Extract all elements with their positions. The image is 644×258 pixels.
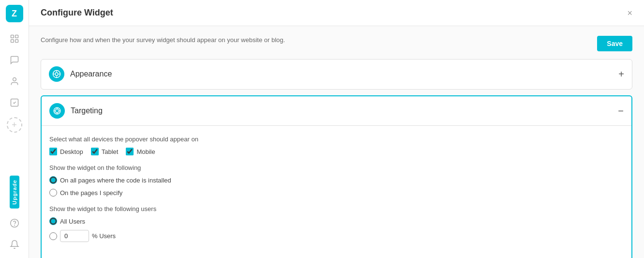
svg-point-16 <box>57 110 58 111</box>
all-pages-radio[interactable]: On all pages where the code is installed <box>49 176 624 184</box>
percent-users-radio-input[interactable] <box>49 232 57 240</box>
sidebar-item-chat[interactable] <box>6 51 23 69</box>
appearance-toggle[interactable]: + <box>618 69 624 79</box>
mobile-label: Mobile <box>136 148 155 155</box>
sidebar-item-notifications[interactable] <box>6 236 23 253</box>
tablet-checkbox[interactable]: Tablet <box>91 148 119 155</box>
content-area: Configure how and when the your survey w… <box>29 26 644 258</box>
close-button[interactable]: × <box>627 9 632 17</box>
tablet-label: Tablet <box>102 148 119 155</box>
specific-pages-radio[interactable]: On the pages I specify <box>49 189 624 197</box>
sidebar-bottom: Upgrade <box>6 176 23 253</box>
desktop-checkbox[interactable]: Desktop <box>49 148 83 155</box>
devices-label: Select what all devices the popover shou… <box>49 136 624 143</box>
users-group: Show the widget to the following users A… <box>49 205 624 242</box>
desktop-checkbox-input[interactable] <box>49 148 57 155</box>
users-radios: All Users % Users <box>49 217 624 242</box>
all-pages-label: On all pages where the code is installed <box>60 177 171 184</box>
dialog-header: Configure Widget × <box>29 0 644 26</box>
svg-point-9 <box>55 73 58 76</box>
app-logo[interactable]: Z <box>6 5 23 22</box>
users-label: Show the widget to the following users <box>49 205 624 212</box>
all-users-radio-input[interactable] <box>49 217 57 225</box>
devices-checkboxes: Desktop Tablet Mobile <box>49 148 624 155</box>
mobile-checkbox-input[interactable] <box>126 148 134 155</box>
percent-users-radio[interactable]: % Users <box>49 230 624 242</box>
dialog-title: Configure Widget <box>41 8 113 18</box>
all-pages-radio-input[interactable] <box>49 176 57 184</box>
targeting-header[interactable]: Targeting − <box>42 96 631 126</box>
targeting-icon <box>49 103 65 119</box>
targeting-toggle[interactable]: − <box>618 106 624 116</box>
pages-radios: On all pages where the code is installed… <box>49 176 624 197</box>
svg-rect-1 <box>15 35 18 38</box>
targeting-title: Targeting <box>71 106 618 115</box>
main-panel: Configure Widget × Configure how and whe… <box>29 0 644 258</box>
tablet-checkbox-input[interactable] <box>91 148 99 155</box>
desktop-label: Desktop <box>60 148 83 155</box>
sidebar-item-dashboard[interactable] <box>6 30 23 47</box>
targeting-body: Select what all devices the popover shou… <box>42 126 631 258</box>
sidebar: Z + Upgrade <box>0 0 29 258</box>
svg-rect-3 <box>15 40 18 43</box>
page-description: Configure how and when the your survey w… <box>41 36 285 44</box>
pages-group: Show the widget on the following On all … <box>49 164 624 197</box>
upgrade-button[interactable]: Upgrade <box>10 176 19 209</box>
appearance-icon <box>49 66 64 82</box>
add-project-button[interactable]: + <box>7 117 22 133</box>
specific-pages-label: On the pages I specify <box>60 189 122 197</box>
mobile-checkbox[interactable]: Mobile <box>126 148 155 155</box>
appearance-header[interactable]: Appearance + <box>41 60 632 89</box>
svg-point-6 <box>10 219 18 228</box>
pages-label: Show the widget on the following <box>49 164 624 171</box>
save-button[interactable]: Save <box>597 36 632 51</box>
top-row: Configure how and when the your survey w… <box>41 36 632 51</box>
percent-users-label: % Users <box>92 232 116 240</box>
specific-pages-radio-input[interactable] <box>49 189 57 197</box>
sidebar-item-surveys[interactable] <box>6 94 23 111</box>
all-users-radio[interactable]: All Users <box>49 217 624 225</box>
devices-group: Select what all devices the popover shou… <box>49 136 624 155</box>
svg-rect-0 <box>11 35 14 38</box>
sidebar-item-help[interactable] <box>6 214 23 232</box>
appearance-title: Appearance <box>70 70 618 78</box>
percent-users-input[interactable] <box>60 230 89 242</box>
sidebar-item-users[interactable] <box>6 73 23 90</box>
appearance-section: Appearance + <box>41 59 632 90</box>
svg-rect-2 <box>11 40 14 43</box>
targeting-section: Targeting − Select what all devices the … <box>41 95 632 258</box>
all-users-label: All Users <box>60 218 85 225</box>
svg-point-4 <box>13 78 16 81</box>
